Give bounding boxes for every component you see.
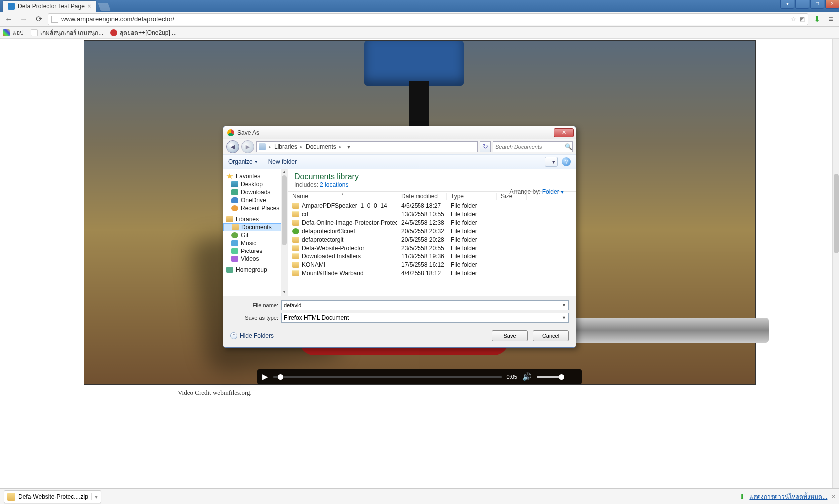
hide-folders-toggle[interactable]: ˄ Hide Folders <box>230 332 274 339</box>
organize-button[interactable]: Organize ▼ <box>228 158 258 165</box>
close-shelf-button[interactable]: × <box>831 493 835 500</box>
play-button[interactable]: ▶ <box>262 372 268 381</box>
window-maximize-button[interactable]: □ <box>810 0 824 9</box>
dialog-back-button[interactable]: ◄ <box>226 140 239 153</box>
forward-button[interactable]: → <box>18 13 30 25</box>
file-row[interactable]: KONAMI17/5/2558 16:12File folder <box>288 260 576 269</box>
help-button[interactable]: ? <box>562 157 571 166</box>
dialog-forward-button[interactable]: ► <box>241 140 254 153</box>
folder-icon <box>292 220 299 226</box>
tree-desktop[interactable]: Desktop <box>223 180 288 188</box>
save-button[interactable]: Save <box>492 330 528 341</box>
chrome-menu-icon[interactable]: ≡ <box>825 14 836 25</box>
file-name: Defa-Online-Image-Protector-Protect-I... <box>302 219 397 226</box>
file-row[interactable]: defaprotector63cnet20/5/2558 20:32File f… <box>288 227 576 235</box>
video-frame-decor <box>364 41 464 86</box>
bookmark-item[interactable]: เกมส์สนุกเกอร์ เกมสนุก... <box>31 28 103 37</box>
apps-shortcut[interactable]: แอป <box>3 28 24 37</box>
combo-dropdown-icon[interactable]: ▼ <box>562 315 566 320</box>
search-icon[interactable]: 🔍 <box>565 143 572 150</box>
file-row[interactable]: Defa-Online-Image-Protector-Protect-I...… <box>288 218 576 227</box>
dialog-search-box[interactable]: 🔍 <box>493 141 573 152</box>
file-row[interactable]: Mount&Blade Warband4/4/2558 18:12File fo… <box>288 269 576 277</box>
file-row[interactable]: Downloaded Installers11/3/2558 19:36File… <box>288 252 576 260</box>
breadcrumb-separator[interactable]: ▸ <box>269 144 271 149</box>
tree-recent-places[interactable]: Recent Places <box>223 204 288 212</box>
new-tab-button[interactable] <box>98 3 111 11</box>
breadcrumb-segment[interactable]: Libraries <box>274 143 297 150</box>
pictures-icon <box>231 248 238 254</box>
reload-button[interactable]: ⟳ <box>33 13 45 25</box>
url-input[interactable] <box>61 15 788 23</box>
translate-icon[interactable]: ◩ <box>799 16 805 23</box>
navpane-scrollbar[interactable]: ▴ ▾ <box>281 169 288 296</box>
bookmark-item[interactable]: สุดยอด++[One2up] ... <box>110 28 177 37</box>
dialog-titlebar[interactable]: Save As ✕ <box>223 126 576 139</box>
new-folder-button[interactable]: New folder <box>268 158 297 165</box>
file-row[interactable]: Defa-Website-Protector23/5/2558 20:55Fil… <box>288 244 576 252</box>
view-mode-button[interactable]: ≡ ▾ <box>545 157 558 167</box>
file-name-input[interactable] <box>284 302 562 308</box>
file-name-combo[interactable]: ▼ <box>281 300 569 310</box>
tree-music[interactable]: Music <box>223 239 288 247</box>
dialog-search-input[interactable] <box>495 144 565 150</box>
tab-favicon <box>8 3 15 10</box>
save-type-combo[interactable]: Firefox HTML Document ▼ <box>281 313 569 323</box>
seek-slider[interactable] <box>273 376 502 378</box>
dialog-refresh-button[interactable]: ↻ <box>480 141 491 152</box>
omnibox[interactable]: ☆ ◩ <box>48 13 808 25</box>
includes-link[interactable]: 2 locations <box>320 181 348 188</box>
save-as-dialog: Save As ✕ ◄ ► ▸ Libraries ▸ Documents ▸ … <box>223 126 576 348</box>
tree-favorites[interactable]: Favorites <box>223 172 288 180</box>
file-type: File folder <box>447 211 497 218</box>
site-identity-icon[interactable] <box>51 16 58 23</box>
arrange-by-value[interactable]: Folder ▾ <box>542 188 564 195</box>
tree-onedrive[interactable]: OneDrive <box>223 196 288 204</box>
downloads-icon[interactable]: ⬇ <box>811 14 822 25</box>
cancel-button[interactable]: Cancel <box>533 330 569 341</box>
breadcrumb-segment[interactable]: Documents <box>306 143 336 150</box>
file-type: File folder <box>447 245 497 252</box>
download-item-menu[interactable]: ▾ <box>91 493 98 500</box>
col-date[interactable]: Date modified <box>397 193 447 200</box>
breadcrumb-separator[interactable]: ▸ <box>300 144 303 149</box>
window-minimize-button[interactable]: – <box>795 0 809 9</box>
file-date: 24/5/2558 12:38 <box>397 219 447 226</box>
breadcrumb-dropdown[interactable]: ▾ <box>345 143 353 150</box>
tree-libraries[interactable]: Libraries <box>223 215 288 223</box>
dialog-breadcrumb[interactable]: ▸ Libraries ▸ Documents ▸ ▾ <box>256 141 478 152</box>
dialog-close-button[interactable]: ✕ <box>554 128 574 137</box>
file-type: File folder <box>447 202 497 209</box>
page-scrollbar[interactable] <box>832 39 839 488</box>
location-icon <box>259 143 266 150</box>
tab-close-icon[interactable]: × <box>88 3 91 10</box>
tree-documents[interactable]: Documents <box>223 223 288 231</box>
browser-tab[interactable]: Defa Protector Test Page × <box>3 1 96 12</box>
desktop-icon <box>231 181 238 187</box>
bookmark-star-icon[interactable]: ☆ <box>791 16 796 23</box>
file-type: File folder <box>447 270 497 277</box>
file-name: defaprotectorgit <box>302 236 343 243</box>
col-size[interactable]: Size <box>497 193 527 200</box>
file-row[interactable]: defaprotectorgit20/5/2558 20:28File fold… <box>288 235 576 244</box>
file-list: AmparePDFSpeaker_1_0_0_144/5/2558 18:27F… <box>288 201 576 296</box>
file-row[interactable]: AmparePDFSpeaker_1_0_0_144/5/2558 18:27F… <box>288 201 576 210</box>
mute-button[interactable]: 🔊 <box>522 372 532 381</box>
tree-homegroup[interactable]: Homegroup <box>223 266 288 274</box>
fullscreen-button[interactable]: ⛶ <box>569 373 577 381</box>
col-name[interactable]: Name▲ <box>288 193 397 200</box>
download-item[interactable]: Defa-Website-Protec....zip ▾ <box>4 490 101 503</box>
window-shrink-button[interactable]: ▾ <box>780 0 794 9</box>
show-all-downloads-link[interactable]: แสดงการดาวน์โหลดทั้งหมด... <box>749 492 827 501</box>
tree-git[interactable]: Git <box>223 231 288 239</box>
back-button[interactable]: ← <box>3 13 15 25</box>
tree-videos[interactable]: Videos <box>223 255 288 263</box>
tree-pictures[interactable]: Pictures <box>223 247 288 255</box>
combo-dropdown-icon[interactable]: ▼ <box>562 303 566 308</box>
tree-downloads[interactable]: Downloads <box>223 188 288 196</box>
col-type[interactable]: Type <box>447 193 497 200</box>
file-row[interactable]: cd13/3/2558 10:55File folder <box>288 210 576 218</box>
volume-slider[interactable] <box>537 376 564 378</box>
window-close-button[interactable]: × <box>825 0 839 9</box>
breadcrumb-separator[interactable]: ▸ <box>339 144 342 149</box>
